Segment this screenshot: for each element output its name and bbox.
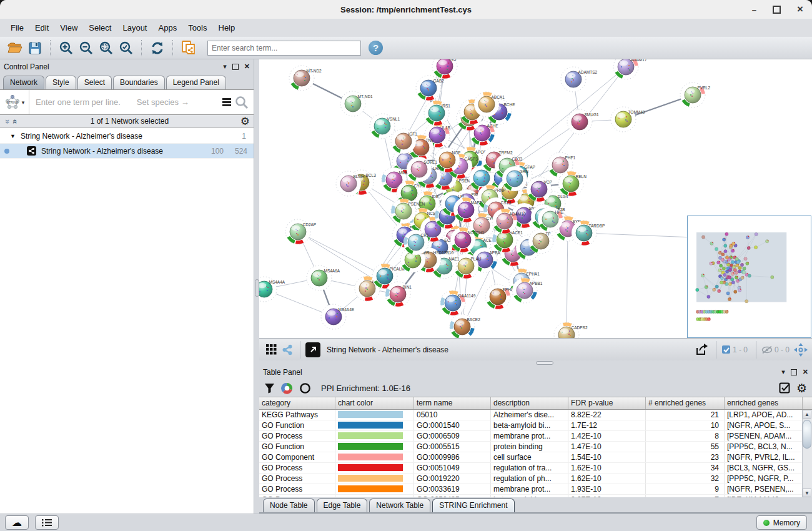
network-node[interactable]: SMUG1 [567,109,599,134]
horizontal-splitter[interactable] [259,360,812,365]
selected-count-checkbox-icon[interactable] [721,345,731,354]
ring-chart-icon[interactable] [299,382,311,394]
tab-select[interactable]: Select [77,76,112,89]
network-node[interactable]: INS [432,59,457,79]
network-node[interactable]: MT-ND2 [289,66,322,91]
table-settings-gear-icon[interactable]: ⚙ [796,381,807,395]
string-query-placeholder[interactable]: Enter one term per line. [36,97,121,107]
network-node[interactable]: TOMM40 [611,107,645,132]
table-row[interactable]: GO ComponentGO:0009986cell surface1.54E-… [259,452,812,463]
network-view-button[interactable] [279,340,295,359]
network-node[interactable]: RELN [558,171,587,196]
scroll-thumb[interactable] [803,420,811,449]
col-term-name[interactable]: term name [414,397,491,409]
zoom-out-button[interactable] [76,39,96,57]
string-search-icon[interactable] [234,94,250,111]
string-database-selector[interactable]: STRING ▾ [0,90,29,114]
network-node[interactable]: MT-ND1 [340,91,373,116]
network-node[interactable]: CADPS2 [554,322,588,338]
search-input[interactable] [207,41,361,56]
panel-menu-icon[interactable]: ▾ [223,62,227,71]
col-fdr[interactable]: FDR p-value [568,397,646,409]
network-node[interactable]: TF [528,229,553,254]
close-panel-icon[interactable]: ✕ [244,62,250,71]
open-session-button[interactable] [5,39,25,57]
menu-layout[interactable]: Layout [117,21,152,34]
table-row[interactable]: GO ProcessGO:0019220regulation of ph...1… [259,474,812,484]
network-node[interactable]: MS4A6A [307,266,340,290]
network-options-gear-icon[interactable]: ⚙ [240,115,250,128]
tab-string-enrichment[interactable]: STRING Enrichment [432,499,514,512]
pie-chart-icon[interactable] [281,382,293,394]
network-node[interactable]: PVRL2 [680,82,710,107]
table-row[interactable]: GO ProcessGO:0006509membrane prot...1.42… [259,431,812,442]
select-all-checkbox-icon[interactable] [779,382,790,394]
scroll-down-icon[interactable]: ▼ [803,489,811,497]
minimize-button[interactable]: – [752,5,756,14]
float-panel-icon[interactable] [791,369,797,375]
save-session-button[interactable] [25,39,45,57]
grid-view-button[interactable] [263,340,279,359]
col-category[interactable]: category [259,397,335,409]
tab-network[interactable]: Network [3,76,44,89]
table-row[interactable]: KEGG Pathways05010Alzheimer's dise...8.8… [259,410,812,420]
network-node[interactable]: APBB1 [512,278,543,303]
collapse-all-icon[interactable]: « [11,117,20,125]
string-options-menu-icon[interactable] [222,97,231,108]
network-node[interactable]: ADAM17 [613,59,647,79]
panel-menu-icon[interactable]: ▾ [781,368,785,376]
hidden-count-eye-icon[interactable] [761,345,773,354]
table-row[interactable]: GO ProcessGO:0033619membrane prot...1.93… [259,484,812,495]
network-node[interactable]: TARDBP [572,221,605,246]
set-species-label[interactable]: Set species → [137,97,189,107]
tab-network-table[interactable]: Network Table [369,499,430,512]
tree-expander-icon[interactable]: ▼ [10,133,16,139]
network-canvas[interactable]: MT-ND2MT-ND1VSNL1GAB2INSADAMTS2ADAM17SMU… [259,59,812,338]
pan-compass-icon[interactable] [793,342,808,357]
col-genes[interactable]: enriched genes [725,397,803,409]
float-panel-icon[interactable] [232,64,239,70]
menu-help[interactable]: Help [213,21,241,34]
network-from-clipboard-button[interactable] [179,39,199,57]
detach-view-button[interactable] [305,342,320,357]
menu-select[interactable]: Select [83,21,117,34]
table-row[interactable]: GO FunctionGO:0001540beta-amyloid bi...1… [259,420,812,431]
network-node[interactable]: MS4A4A [259,277,285,302]
table-row[interactable]: GO FunctionGO:0005515protein binding1.47… [259,442,812,452]
memory-button[interactable]: Memory [756,515,807,530]
zoom-fit-button[interactable] [96,39,116,57]
tab-node-table[interactable]: Node Table [263,499,315,512]
network-node[interactable]: BIN1 [385,282,412,307]
menu-tools[interactable]: Tools [182,21,212,34]
splitter-grip[interactable] [255,279,259,297]
help-icon[interactable]: ? [369,41,383,55]
network-node[interactable]: MS4A4E [321,304,355,329]
export-network-button[interactable] [691,340,711,359]
filter-icon[interactable] [264,383,275,394]
col-gene-count[interactable]: # enriched genes [646,397,725,409]
menu-view[interactable]: View [54,21,83,34]
network-node[interactable]: BACE2 [450,314,480,338]
menu-file[interactable]: File [5,21,29,34]
network-node[interactable]: ADAMTS2 [561,67,598,92]
network-node[interactable]: GAB2 [416,76,444,101]
menu-apps[interactable]: Apps [153,21,183,34]
task-history-button[interactable] [35,515,59,530]
network-row-selected[interactable]: String Network - Alzheimer's disease 100… [0,144,254,159]
zoom-selected-button[interactable] [116,39,136,57]
close-button[interactable]: × [797,3,803,16]
birds-eye-view[interactable] [687,216,811,338]
table-scrollbar[interactable]: ▲ ▼ [802,410,812,497]
cloud-tasks-button[interactable]: ☁ [5,515,29,530]
table-row[interactable]: GO ProcessGO:0051049regulation of tra...… [259,463,812,474]
col-description[interactable]: description [491,397,568,409]
network-collection-row[interactable]: ▼ String Network - Alzheimer's disease 1 [0,129,254,144]
tab-style[interactable]: Style [46,76,76,89]
col-chart-color[interactable]: chart color [335,397,414,409]
network-node[interactable]: EPHA3 [485,284,516,309]
tab-legend-panel[interactable]: Legend Panel [166,76,226,89]
close-panel-icon[interactable]: ✕ [803,368,808,376]
network-node[interactable]: IRS1 [424,101,450,126]
maximize-button[interactable] [773,6,781,14]
tab-edge-table[interactable]: Edge Table [317,499,368,512]
